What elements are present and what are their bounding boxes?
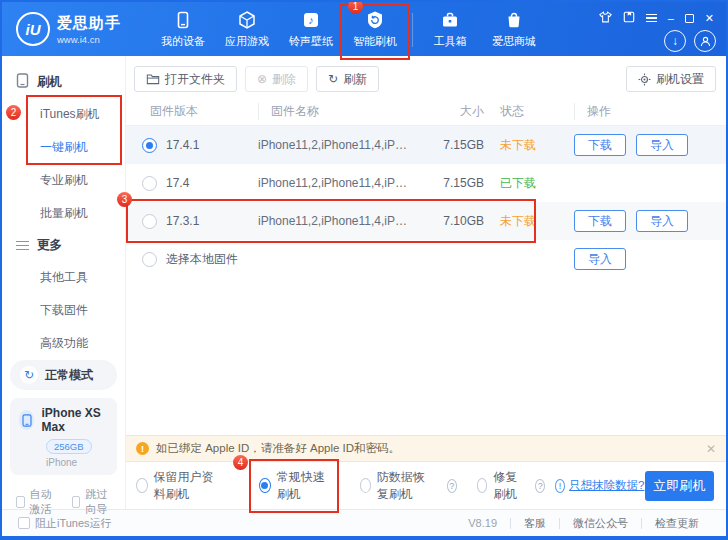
folder-icon [146,73,160,85]
checkbox-icon [72,496,81,508]
sidebar-section-flash: 刷机 [2,66,125,98]
close-icon[interactable]: ✕ [705,13,714,24]
option-quick-flash[interactable]: 常规快速刷机 [259,469,329,503]
nav-smart-flash[interactable]: 智能刷机 1 [346,7,404,55]
radio[interactable] [142,176,157,191]
sidebar-item-other-tools[interactable]: 其他工具 [2,261,125,294]
refresh-button[interactable]: ↻ 刷新 [316,66,379,92]
sidebar: 刷机 iTunes刷机 一键刷机 2 专业刷机 批量刷机 更多 其他工具 下载固… [2,56,126,509]
sidebar-item-download-firmware[interactable]: 下载固件 [2,294,125,327]
sidebar-item-advanced[interactable]: 高级功能 [2,327,125,360]
nav-ringtones[interactable]: ♪ 铃声壁纸 [282,7,340,55]
device-card[interactable]: iPhone XS Max 256GB iPhone [10,398,117,475]
logo-icon: iU [16,12,50,46]
nav-divider [412,13,413,47]
firmware-row-17-4[interactable]: 17.4 iPhone11,2,iPhone11,4,iPhone11,6_17… [126,164,726,202]
help-icon[interactable]: ? [447,479,458,493]
device-icon [173,10,193,30]
radio [360,478,371,493]
nav-label: 我的设备 [161,34,205,49]
card-icon[interactable] [623,9,635,27]
nav-my-device[interactable]: 我的设备 [154,7,212,55]
firmware-size: 7.15GB [420,176,486,190]
radio[interactable] [142,214,157,229]
download-button[interactable]: 下载 [574,134,626,156]
status-bar-right: V8.19 客服 微信公众号 检查更新 [455,516,712,531]
user-account-icon[interactable] [694,30,716,52]
phone-icon [16,73,29,91]
radio [477,478,488,493]
open-folder-button[interactable]: 打开文件夹 [134,66,237,92]
button-label: 刷新 [343,71,367,88]
block-itunes-checkbox[interactable]: 阻止iTunes运行 [18,516,112,531]
app-url: www.i4.cn [57,34,121,45]
notice-text: 如已绑定 Apple ID，请准备好 Apple ID和密码。 [156,441,400,456]
auto-activate-checkbox[interactable]: 自动激活 [16,487,60,517]
option-quick-flash-wrap: 常规快速刷机 4 [259,469,329,503]
toolbox-icon [440,10,460,30]
local-firmware-row[interactable]: 选择本地固件 导入 [126,240,726,278]
nav-toolbox[interactable]: 工具箱 [421,7,479,55]
checkbox-label: 阻止iTunes运行 [35,516,112,531]
app-header: iU 爱思助手 www.i4.cn 我的设备 应用游戏 ♪ [2,2,726,56]
option-keep-data[interactable]: 保留用户资料刷机 [136,469,224,503]
apple-id-notice: ! 如已绑定 Apple ID，请准备好 Apple ID和密码。 ✕ [126,435,726,462]
maximize-icon[interactable] [685,14,694,23]
info-icon[interactable]: ! [555,479,565,493]
download-button[interactable]: 下载 [574,210,626,232]
radio-selected[interactable] [142,138,157,153]
radio [136,478,148,493]
flash-settings-button[interactable]: 刷机设置 [626,66,716,92]
flash-now-button[interactable]: 立即刷机 [645,471,715,501]
app-logo: iU 爱思助手 www.i4.cn [16,12,154,46]
sidebar-section-more: 更多 [2,230,125,261]
check-update-link[interactable]: 检查更新 [642,516,712,531]
checkbox-label: 自动激活 [30,487,60,517]
erase-data-link[interactable]: 只想抹除数据? [569,478,644,493]
delete-button[interactable]: ⊗ 删除 [245,66,308,92]
svg-text:♪: ♪ [308,14,314,26]
option-label: 保留用户资料刷机 [154,469,225,503]
nav-apps-games[interactable]: 应用游戏 [218,7,276,55]
sidebar-item-batch-flash[interactable]: 批量刷机 [2,197,125,230]
device-mode-card[interactable]: ↻ 正常模式 [10,360,117,390]
support-link[interactable]: 客服 [511,516,559,531]
import-button[interactable]: 导入 [636,134,688,156]
wechat-link[interactable]: 微信公众号 [560,516,641,531]
more-icon [16,241,29,251]
firmware-status: 未下载 [486,137,568,154]
device-name: iPhone XS Max [41,406,108,434]
import-button[interactable]: 导入 [574,248,626,270]
minimize-icon[interactable]: – [668,13,674,24]
option-label: 防数据恢复刷机 [377,469,437,503]
table-header: 固件版本 固件名称 大小 状态 操作 [126,98,726,126]
firmware-name: iPhone11,2,iPhone11,4,iPhone11,6_17.4.1.… [258,138,420,152]
nav-label: 应用游戏 [225,34,269,49]
sidebar-item-pro-flash[interactable]: 专业刷机 [2,164,125,197]
import-button[interactable]: 导入 [636,210,688,232]
section-title: 刷机 [37,74,62,91]
device-type: iPhone [46,457,108,468]
checkbox-icon [18,517,30,529]
gear-icon [638,73,651,86]
firmware-size: 7.10GB [420,214,486,228]
option-label: 常规快速刷机 [277,469,330,503]
toolbar: 打开文件夹 ⊗ 删除 ↻ 刷新 刷机设置 [126,56,726,98]
option-anti-recovery[interactable]: 防数据恢复刷机 ? [360,469,457,503]
option-repair-flash[interactable]: 修复刷机 ? ! [477,469,565,503]
sidebar-item-onekey-flash[interactable]: 一键刷机 [2,131,125,164]
firmware-name: iPhone11,2,iPhone11,4,iPhone11,6_17.3.1.… [258,214,420,228]
skin-icon[interactable] [599,9,612,27]
menu-icon[interactable] [646,14,657,23]
radio[interactable] [142,252,157,267]
notice-close-icon[interactable]: ✕ [706,442,716,456]
skip-setup-checkbox[interactable]: 跳过向导 [72,487,116,517]
nav-store[interactable]: 爱思商城 [485,7,543,55]
option-label: 修复刷机 [493,469,525,503]
sidebar-item-itunes-flash[interactable]: iTunes刷机 [2,98,125,131]
download-manager-icon[interactable]: ↓ [664,30,686,52]
firmware-row-17-3-1[interactable]: 17.3.1 iPhone11,2,iPhone11,4,iPhone11,6_… [126,202,726,240]
cube-icon [237,10,257,30]
firmware-row-17-4-1[interactable]: 17.4.1 iPhone11,2,iPhone11,4,iPhone11,6_… [126,126,726,164]
help-icon[interactable]: ? [535,479,545,493]
